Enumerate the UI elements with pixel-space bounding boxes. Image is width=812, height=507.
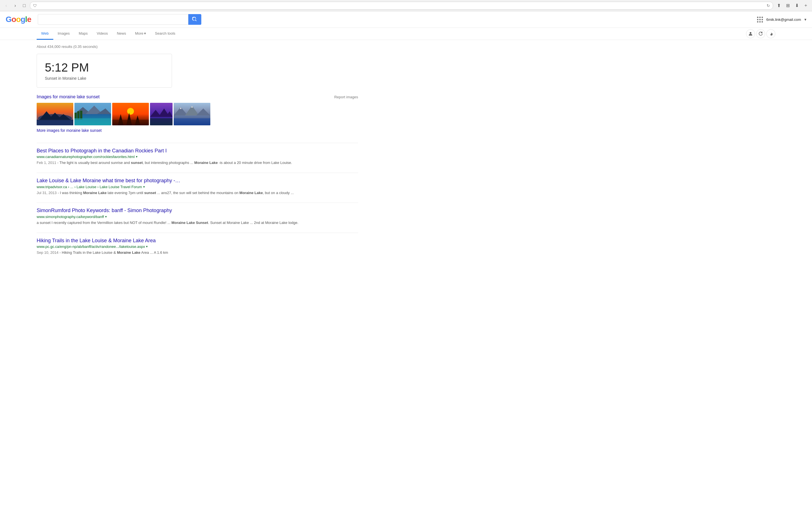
tab-news[interactable]: News [112, 28, 131, 40]
forward-button[interactable]: › [12, 2, 18, 9]
section-divider [37, 173, 358, 173]
search-button[interactable] [188, 14, 201, 25]
result-snippet-1: Jul 31, 2013 - I was thinking Moraine La… [37, 190, 358, 196]
shield-icon: 🛡 [33, 3, 37, 8]
reload-icon[interactable]: ↻ [767, 3, 770, 8]
svg-rect-6 [37, 120, 73, 125]
apps-button[interactable] [757, 17, 763, 22]
svg-rect-33 [174, 118, 210, 125]
section-divider [37, 143, 358, 143]
result-item: Hiking Trails in the Lake Louise & Morai… [37, 237, 358, 256]
image-thumb-3[interactable] [112, 103, 149, 125]
result-title-3[interactable]: Hiking Trails in the Lake Louise & Morai… [37, 238, 156, 243]
search-input[interactable]: moraine lake sunset [42, 17, 185, 22]
fullscreen-button[interactable]: ⊞ [784, 2, 791, 9]
image-strip [37, 103, 358, 125]
info-card: 5:12 PM Sunset in Moraine Lake [37, 54, 172, 88]
nav-tabs: Web Images Maps Videos News More ▾ Searc… [0, 28, 812, 40]
browser-chrome: ‹ › □ 🛡 moraine lake sunset ↻ ⬆ ⊞ ⬇ ＋ [0, 0, 812, 11]
sync-icon-button[interactable] [756, 29, 765, 38]
result-title-0[interactable]: Best Places to Photograph in the Canadia… [37, 148, 167, 154]
result-item: Lake Louise & Lake Moraine what time bes… [37, 177, 358, 196]
main-content: About 434,000 results (0.35 seconds) 5:1… [0, 40, 395, 267]
browser-right-icons: ⬆ ⊞ ⬇ ＋ [775, 2, 809, 9]
result-url-arrow-1[interactable]: ▾ [143, 185, 145, 189]
result-url-1: www.tripadvisor.ca › ... › Lake Louise ›… [37, 185, 358, 189]
sunset-time: 5:12 PM [45, 61, 164, 74]
result-title-2[interactable]: SimonRumford Photo Keywords: banff - Sim… [37, 208, 172, 213]
search-box: moraine lake sunset [38, 14, 188, 25]
section-divider [37, 203, 358, 203]
images-for-link[interactable]: Images for moraine lake sunset [37, 94, 100, 100]
page-overview-button[interactable]: □ [21, 2, 28, 9]
image-thumb-2[interactable] [74, 103, 111, 125]
result-url-arrow-0[interactable]: ▾ [136, 155, 138, 159]
result-item: Best Places to Photograph in the Canadia… [37, 148, 358, 166]
back-button[interactable]: ‹ [3, 2, 10, 9]
svg-point-17 [127, 108, 134, 115]
account-icon-button[interactable] [746, 29, 755, 38]
download-button[interactable]: ⬇ [794, 2, 800, 9]
results-count: About 434,000 results (0.35 seconds) [37, 45, 358, 49]
result-url-3: www.pc.gc.ca/eng/pn-np/ab/banff/activ/ra… [37, 244, 358, 249]
section-divider [37, 233, 358, 233]
address-bar: 🛡 moraine lake sunset ↻ [30, 2, 773, 10]
report-images-link[interactable]: Report images [334, 95, 358, 99]
settings-icon-button[interactable] [766, 29, 775, 38]
more-arrow-icon: ▾ [144, 31, 146, 36]
share-button[interactable]: ⬆ [775, 2, 782, 9]
sunset-label: Sunset in Moraine Lake [45, 76, 164, 80]
tab-videos[interactable]: Videos [92, 28, 112, 40]
svg-rect-15 [74, 118, 111, 125]
header-right: 6mik.link@gmail.com ▾ [757, 17, 806, 22]
more-images-link[interactable]: More images for moraine lake sunset [37, 128, 101, 133]
svg-rect-26 [150, 118, 172, 125]
image-thumb-4[interactable] [150, 103, 172, 125]
add-tab-button[interactable]: ＋ [802, 2, 809, 9]
image-thumb-1[interactable] [37, 103, 73, 125]
result-url-0: www.canadiannaturephotographer.com/rocki… [37, 155, 358, 159]
svg-rect-21 [112, 120, 149, 125]
nav-right-icons [746, 29, 775, 38]
google-logo: Google [6, 15, 31, 24]
result-url-arrow-2[interactable]: ▾ [105, 215, 107, 219]
result-item: SimonRumford Photo Keywords: banff - Sim… [37, 207, 358, 226]
tab-images[interactable]: Images [53, 28, 74, 40]
tab-web[interactable]: Web [37, 28, 53, 40]
tab-maps[interactable]: Maps [74, 28, 92, 40]
result-snippet-0: Feb 1, 2011 - The light is usually best … [37, 160, 358, 166]
user-dropdown-arrow[interactable]: ▾ [804, 17, 806, 22]
result-snippet-3: Sep 10, 2014 - Hiking Trails in the Lake… [37, 250, 358, 256]
address-input[interactable]: moraine lake sunset [39, 3, 765, 8]
results-container: Best Places to Photograph in the Canadia… [37, 148, 358, 256]
tab-search-tools[interactable]: Search tools [151, 28, 180, 40]
result-url-2: www.simonphotography.ca/keyword/banff ▾ [37, 215, 358, 219]
result-url-arrow-3[interactable]: ▾ [146, 245, 148, 248]
google-header: Google moraine lake sunset 6mik.link@gma… [0, 11, 812, 28]
result-title-1[interactable]: Lake Louise & Lake Moraine what time bes… [37, 178, 180, 183]
tab-more[interactable]: More ▾ [131, 28, 151, 40]
user-email[interactable]: 6mik.link@gmail.com [766, 17, 801, 22]
images-header: Images for moraine lake sunset Report im… [37, 94, 358, 100]
result-snippet-2: a sunset I recently captured from the Ve… [37, 220, 358, 226]
image-thumb-5[interactable] [174, 103, 210, 125]
search-wrapper: moraine lake sunset [38, 14, 201, 25]
